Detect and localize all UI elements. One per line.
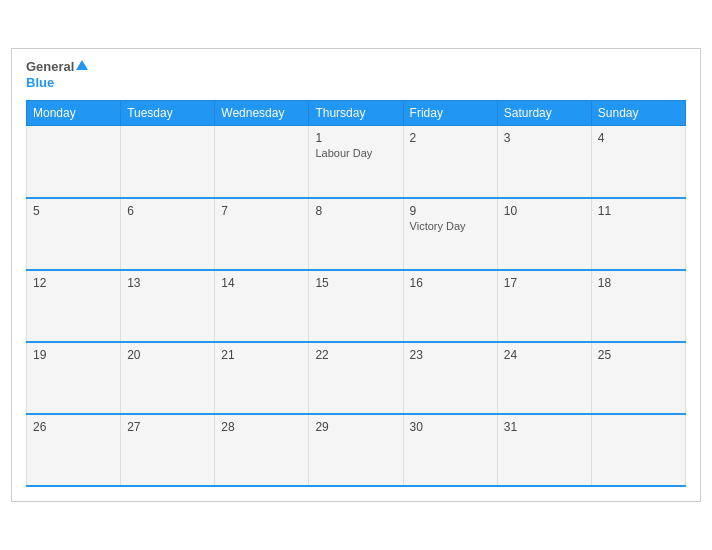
calendar-cell: 8 (309, 198, 403, 270)
calendar-cell: 11 (591, 198, 685, 270)
day-number: 8 (315, 204, 396, 218)
calendar-table: Monday Tuesday Wednesday Thursday Friday… (26, 100, 686, 487)
calendar-cell: 12 (27, 270, 121, 342)
day-number: 18 (598, 276, 679, 290)
calendar-cell: 13 (121, 270, 215, 342)
calendar-cell: 25 (591, 342, 685, 414)
header-thursday: Thursday (309, 101, 403, 126)
calendar-cell: 15 (309, 270, 403, 342)
day-number: 22 (315, 348, 396, 362)
header-tuesday: Tuesday (121, 101, 215, 126)
day-number: 28 (221, 420, 302, 434)
logo-blue-text: Blue (26, 75, 88, 91)
calendar-cell: 26 (27, 414, 121, 486)
day-number: 31 (504, 420, 585, 434)
day-number: 1 (315, 131, 396, 145)
calendar-cell: 19 (27, 342, 121, 414)
calendar-cell: 10 (497, 198, 591, 270)
day-number: 14 (221, 276, 302, 290)
calendar-cell: 30 (403, 414, 497, 486)
logo: General Blue (26, 59, 88, 90)
day-number: 2 (410, 131, 491, 145)
day-number: 20 (127, 348, 208, 362)
calendar-cell (215, 126, 309, 198)
calendar-cell: 28 (215, 414, 309, 486)
calendar-cell: 21 (215, 342, 309, 414)
day-number: 19 (33, 348, 114, 362)
calendar-week-row: 19202122232425 (27, 342, 686, 414)
calendar-cell: 2 (403, 126, 497, 198)
header-saturday: Saturday (497, 101, 591, 126)
header-sunday: Sunday (591, 101, 685, 126)
calendar-cell: 1Labour Day (309, 126, 403, 198)
calendar-cell: 23 (403, 342, 497, 414)
day-number: 24 (504, 348, 585, 362)
calendar-cell: 18 (591, 270, 685, 342)
header-wednesday: Wednesday (215, 101, 309, 126)
day-number: 11 (598, 204, 679, 218)
logo-general-text: General (26, 59, 74, 75)
calendar-cell: 7 (215, 198, 309, 270)
calendar-cell: 17 (497, 270, 591, 342)
calendar-cell: 9Victory Day (403, 198, 497, 270)
day-number: 16 (410, 276, 491, 290)
calendar-cell: 31 (497, 414, 591, 486)
calendar-week-row: 56789Victory Day1011 (27, 198, 686, 270)
calendar: General Blue Monday Tuesday Wednesday Th… (11, 48, 701, 502)
day-number: 7 (221, 204, 302, 218)
day-number: 6 (127, 204, 208, 218)
calendar-header: General Blue (26, 59, 686, 90)
day-number: 29 (315, 420, 396, 434)
day-number: 5 (33, 204, 114, 218)
calendar-cell: 14 (215, 270, 309, 342)
calendar-week-row: 12131415161718 (27, 270, 686, 342)
day-number: 30 (410, 420, 491, 434)
calendar-cell (591, 414, 685, 486)
calendar-cell: 3 (497, 126, 591, 198)
day-number: 13 (127, 276, 208, 290)
calendar-cell: 20 (121, 342, 215, 414)
calendar-cell: 4 (591, 126, 685, 198)
day-number: 21 (221, 348, 302, 362)
calendar-cell: 24 (497, 342, 591, 414)
day-number: 25 (598, 348, 679, 362)
day-number: 9 (410, 204, 491, 218)
calendar-cell (121, 126, 215, 198)
calendar-week-row: 262728293031 (27, 414, 686, 486)
day-number: 3 (504, 131, 585, 145)
calendar-cell: 29 (309, 414, 403, 486)
calendar-cell: 16 (403, 270, 497, 342)
day-number: 23 (410, 348, 491, 362)
day-number: 4 (598, 131, 679, 145)
calendar-week-row: 1Labour Day234 (27, 126, 686, 198)
day-number: 12 (33, 276, 114, 290)
calendar-cell: 22 (309, 342, 403, 414)
day-number: 15 (315, 276, 396, 290)
day-number: 10 (504, 204, 585, 218)
day-number: 17 (504, 276, 585, 290)
header-monday: Monday (27, 101, 121, 126)
calendar-cell: 6 (121, 198, 215, 270)
holiday-name: Victory Day (410, 220, 491, 232)
header-friday: Friday (403, 101, 497, 126)
calendar-cell: 27 (121, 414, 215, 486)
day-number: 27 (127, 420, 208, 434)
day-number: 26 (33, 420, 114, 434)
weekday-header-row: Monday Tuesday Wednesday Thursday Friday… (27, 101, 686, 126)
calendar-cell (27, 126, 121, 198)
calendar-cell: 5 (27, 198, 121, 270)
holiday-name: Labour Day (315, 147, 396, 159)
